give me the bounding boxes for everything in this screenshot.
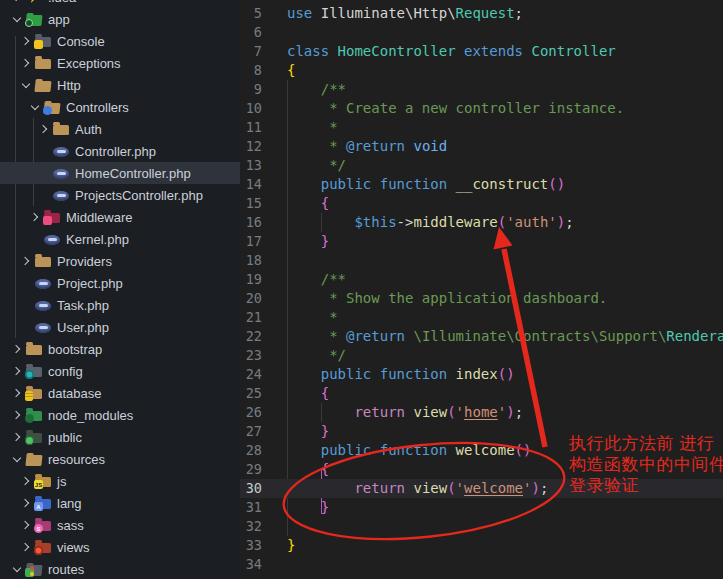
line-number[interactable]: 20 xyxy=(240,289,262,308)
chevron-right-icon[interactable] xyxy=(8,426,26,448)
tree-item-projectscontroller-php[interactable]: ProjectsController.php xyxy=(0,184,240,206)
code-text[interactable]: use Illuminate\Http\Request; xyxy=(287,5,523,21)
tree-item-middleware[interactable]: Middleware xyxy=(0,206,240,228)
code-text[interactable]: } xyxy=(287,537,295,553)
line-number[interactable]: 11 xyxy=(240,118,262,137)
chevron-right-icon[interactable] xyxy=(17,492,35,514)
tree-item-http[interactable]: Http xyxy=(0,74,240,96)
code-line-33[interactable]: 33} xyxy=(240,536,723,555)
code-text[interactable]: /** xyxy=(287,81,346,97)
code-text[interactable]: } xyxy=(287,499,329,515)
code-text[interactable]: { xyxy=(287,195,329,211)
code-line-14[interactable]: 14 public function __construct() xyxy=(240,175,723,194)
tree-item-sass[interactable]: Ssass xyxy=(0,514,240,536)
chevron-right-icon[interactable] xyxy=(8,338,26,360)
chevron-right-icon[interactable] xyxy=(35,118,53,140)
code-line-18[interactable]: 18 xyxy=(240,251,723,270)
tree-item-task-php[interactable]: Task.php xyxy=(0,294,240,316)
tree-item-app[interactable]: app xyxy=(0,8,240,30)
line-number[interactable]: 12 xyxy=(240,137,262,156)
chevron-down-icon[interactable] xyxy=(26,96,44,118)
line-number[interactable]: 34 xyxy=(240,555,262,574)
line-number[interactable]: 28 xyxy=(240,441,262,460)
chevron-down-icon[interactable] xyxy=(17,74,35,96)
tree-item-lang[interactable]: Alang xyxy=(0,492,240,514)
line-number[interactable]: 32 xyxy=(240,517,262,536)
chevron-down-icon[interactable] xyxy=(8,448,26,470)
line-number[interactable]: 27 xyxy=(240,422,262,441)
line-number[interactable]: 29 xyxy=(240,460,262,479)
code-line-31[interactable]: 31 } xyxy=(240,498,723,517)
line-number[interactable]: 22 xyxy=(240,327,262,346)
code-text[interactable]: * @return \Illuminate\Contracts\Support\… xyxy=(287,328,723,344)
code-text[interactable]: * xyxy=(287,309,338,325)
chevron-right-icon[interactable] xyxy=(17,52,35,74)
tree-item-providers[interactable]: Providers xyxy=(0,250,240,272)
chevron-right-icon[interactable] xyxy=(8,0,26,8)
code-line-5[interactable]: 5use Illuminate\Http\Request; xyxy=(240,4,723,23)
tree-item-exceptions[interactable]: Exceptions xyxy=(0,52,240,74)
code-line-9[interactable]: 9 /** xyxy=(240,80,723,99)
code-text[interactable]: class HomeController extends Controller xyxy=(287,43,616,59)
code-text[interactable]: public function welcome() xyxy=(287,442,531,458)
line-number[interactable]: 9 xyxy=(240,80,262,99)
tree-item-kernel-php[interactable]: Kernel.php xyxy=(0,228,240,250)
line-number[interactable]: 31 xyxy=(240,498,262,517)
line-number[interactable]: 18 xyxy=(240,251,262,270)
tree-item-console[interactable]: Console xyxy=(0,30,240,52)
chevron-right-icon[interactable] xyxy=(8,360,26,382)
line-number[interactable]: 21 xyxy=(240,308,262,327)
line-number[interactable]: 5 xyxy=(240,4,262,23)
code-line-7[interactable]: 7class HomeController extends Controller xyxy=(240,42,723,61)
line-number[interactable]: 24 xyxy=(240,365,262,384)
tree-item-controllers[interactable]: Controllers xyxy=(0,96,240,118)
code-text[interactable]: { xyxy=(287,461,329,477)
line-number[interactable]: 10 xyxy=(240,99,262,118)
code-text[interactable]: return view('home'); xyxy=(287,404,523,420)
chevron-right-icon[interactable] xyxy=(17,30,35,52)
line-number[interactable]: 19 xyxy=(240,270,262,289)
code-line-16[interactable]: 16 $this->middleware('auth'); xyxy=(240,213,723,232)
tree-item-resources[interactable]: resources xyxy=(0,448,240,470)
chevron-right-icon[interactable] xyxy=(17,250,35,272)
line-number[interactable]: 33 xyxy=(240,536,262,555)
line-number[interactable]: 7 xyxy=(240,42,262,61)
code-line-6[interactable]: 6 xyxy=(240,23,723,42)
code-text[interactable]: } xyxy=(287,423,329,439)
code-line-22[interactable]: 22 * @return \Illuminate\Contracts\Suppo… xyxy=(240,327,723,346)
tree-item-js[interactable]: JSjs xyxy=(0,470,240,492)
code-line-25[interactable]: 25 { xyxy=(240,384,723,403)
tree-item-controller-php[interactable]: Controller.php xyxy=(0,140,240,162)
tree-item-node-modules[interactable]: node_modules xyxy=(0,404,240,426)
code-text[interactable]: /** xyxy=(287,271,346,287)
line-number[interactable]: 8 xyxy=(240,61,262,80)
code-text[interactable]: $this->middleware('auth'); xyxy=(287,214,574,230)
code-line-26[interactable]: 26 return view('home'); xyxy=(240,403,723,422)
code-line-15[interactable]: 15 { xyxy=(240,194,723,213)
tree-item-homecontroller-php[interactable]: HomeController.php xyxy=(0,162,240,184)
line-number[interactable]: 14 xyxy=(240,175,262,194)
code-line-23[interactable]: 23 */ xyxy=(240,346,723,365)
code-line-17[interactable]: 17 } xyxy=(240,232,723,251)
tree-item-user-php[interactable]: User.php xyxy=(0,316,240,338)
chevron-down-icon[interactable] xyxy=(8,8,26,30)
tree-item-database[interactable]: database xyxy=(0,382,240,404)
code-line-20[interactable]: 20 * Show the application dashboard. xyxy=(240,289,723,308)
chevron-down-icon[interactable] xyxy=(8,558,26,579)
code-line-10[interactable]: 10 * Create a new controller instance. xyxy=(240,99,723,118)
tree-item-public[interactable]: public xyxy=(0,426,240,448)
line-number[interactable]: 23 xyxy=(240,346,262,365)
line-number[interactable]: 17 xyxy=(240,232,262,251)
code-line-32[interactable]: 32 xyxy=(240,517,723,536)
chevron-right-icon[interactable] xyxy=(17,514,35,536)
tree-item-views[interactable]: views xyxy=(0,536,240,558)
code-line-19[interactable]: 19 /** xyxy=(240,270,723,289)
tree-item-routes[interactable]: routes xyxy=(0,558,240,579)
code-text[interactable]: public function index() xyxy=(287,366,515,382)
code-text[interactable]: { xyxy=(287,385,329,401)
code-text[interactable]: public function __construct() xyxy=(287,176,565,192)
tree-item-bootstrap[interactable]: bootstrap xyxy=(0,338,240,360)
code-line-13[interactable]: 13 */ xyxy=(240,156,723,175)
code-text[interactable]: return view('welcome'); xyxy=(287,480,548,496)
chevron-right-icon[interactable] xyxy=(17,536,35,558)
